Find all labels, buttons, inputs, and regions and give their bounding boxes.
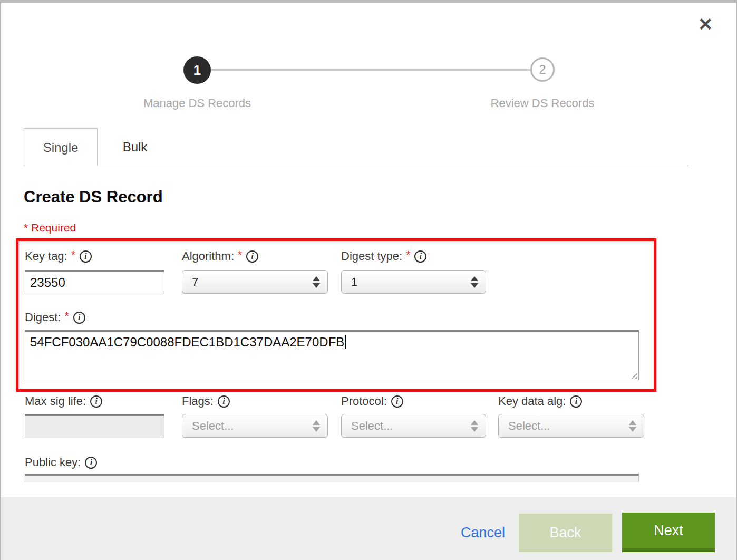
text-cursor bbox=[345, 335, 346, 349]
digest-type-label: Digest type: * i bbox=[341, 249, 426, 263]
page-title: Create DS Record bbox=[24, 188, 163, 207]
info-icon[interactable]: i bbox=[85, 457, 97, 469]
info-icon[interactable]: i bbox=[90, 395, 102, 408]
digest-type-required-marker: * bbox=[406, 248, 410, 261]
key-data-alg-label: Key data alg: i bbox=[498, 394, 582, 408]
stepper-step-1-number: 1 bbox=[193, 62, 201, 79]
next-button[interactable]: Next bbox=[622, 513, 715, 552]
max-sig-life-input[interactable] bbox=[25, 414, 164, 438]
algorithm-select-value: 7 bbox=[192, 275, 313, 289]
algorithm-select[interactable]: 7 bbox=[182, 270, 328, 294]
stepper-step-2-label: Review DS Records bbox=[491, 96, 595, 110]
protocol-select-value: Select... bbox=[351, 419, 471, 433]
stepper-step-1-circle: 1 bbox=[183, 56, 211, 84]
stepper-step-1-label: Manage DS Records bbox=[143, 96, 251, 110]
select-arrows-icon bbox=[471, 420, 478, 432]
stepper-step-2-circle: 2 bbox=[530, 57, 555, 82]
max-sig-life-label: Max sig life: i bbox=[25, 394, 102, 408]
stepper-step-2-number: 2 bbox=[539, 62, 546, 77]
select-arrows-icon bbox=[471, 276, 478, 288]
resize-handle-icon[interactable] bbox=[629, 371, 637, 379]
tab-bulk-label: Bulk bbox=[123, 140, 148, 155]
digest-text: 54FCF030AA1C79C0088FDEC1BD1C37DAA2E70DFB bbox=[30, 335, 344, 349]
select-arrows-icon bbox=[313, 276, 320, 288]
digest-label-text: Digest: bbox=[25, 311, 61, 324]
info-icon[interactable]: i bbox=[391, 395, 403, 408]
digest-type-label-text: Digest type: bbox=[341, 249, 402, 263]
public-key-label-text: Public key: bbox=[25, 456, 81, 469]
flags-select-value: Select... bbox=[192, 419, 313, 433]
info-icon[interactable]: i bbox=[246, 250, 258, 263]
flags-label: Flags: i bbox=[182, 394, 230, 408]
protocol-select[interactable]: Select... bbox=[341, 414, 486, 438]
algorithm-label-text: Algorithm: bbox=[182, 249, 234, 263]
info-icon[interactable]: i bbox=[80, 250, 92, 263]
info-icon[interactable]: i bbox=[73, 312, 85, 324]
flags-select[interactable]: Select... bbox=[182, 414, 328, 438]
back-button[interactable]: Back bbox=[519, 514, 612, 552]
flags-label-text: Flags: bbox=[182, 394, 214, 408]
close-icon[interactable]: ✕ bbox=[698, 15, 713, 33]
key-tag-required-marker: * bbox=[71, 248, 75, 261]
info-icon[interactable]: i bbox=[218, 395, 230, 408]
digest-label: Digest: * i bbox=[25, 311, 85, 324]
protocol-label-text: Protocol: bbox=[341, 394, 387, 408]
stepper-connector-line bbox=[211, 69, 531, 71]
key-tag-label-text: Key tag: bbox=[25, 249, 67, 263]
public-key-label: Public key: i bbox=[25, 456, 97, 469]
key-tag-label: Key tag: * i bbox=[25, 249, 92, 263]
tab-single[interactable]: Single bbox=[24, 128, 98, 166]
max-sig-life-label-text: Max sig life: bbox=[25, 394, 86, 408]
required-note: * Required bbox=[24, 221, 76, 234]
tab-bulk[interactable]: Bulk bbox=[98, 128, 172, 166]
info-icon[interactable]: i bbox=[414, 250, 426, 263]
create-ds-record-modal: ✕ 1 2 Manage DS Records Review DS Record… bbox=[0, 0, 737, 560]
select-arrows-icon bbox=[313, 420, 320, 432]
select-arrows-icon bbox=[629, 420, 636, 432]
key-data-alg-label-text: Key data alg: bbox=[498, 394, 566, 408]
protocol-label: Protocol: i bbox=[341, 394, 403, 408]
key-data-alg-select-value: Select... bbox=[508, 419, 629, 433]
digest-textarea[interactable]: 54FCF030AA1C79C0088FDEC1BD1C37DAA2E70DFB bbox=[25, 330, 639, 380]
tab-single-label: Single bbox=[43, 140, 79, 155]
algorithm-label: Algorithm: * i bbox=[182, 249, 258, 263]
digest-type-select[interactable]: 1 bbox=[341, 270, 486, 294]
key-tag-input[interactable] bbox=[25, 270, 164, 294]
algorithm-required-marker: * bbox=[238, 248, 242, 261]
key-data-alg-select[interactable]: Select... bbox=[498, 414, 644, 438]
cancel-button[interactable]: Cancel bbox=[461, 525, 505, 541]
digest-type-select-value: 1 bbox=[351, 275, 471, 289]
public-key-textarea[interactable] bbox=[25, 474, 639, 482]
digest-required-marker: * bbox=[64, 310, 69, 322]
info-icon[interactable]: i bbox=[570, 395, 582, 408]
tab-bottom-border bbox=[98, 166, 688, 166]
